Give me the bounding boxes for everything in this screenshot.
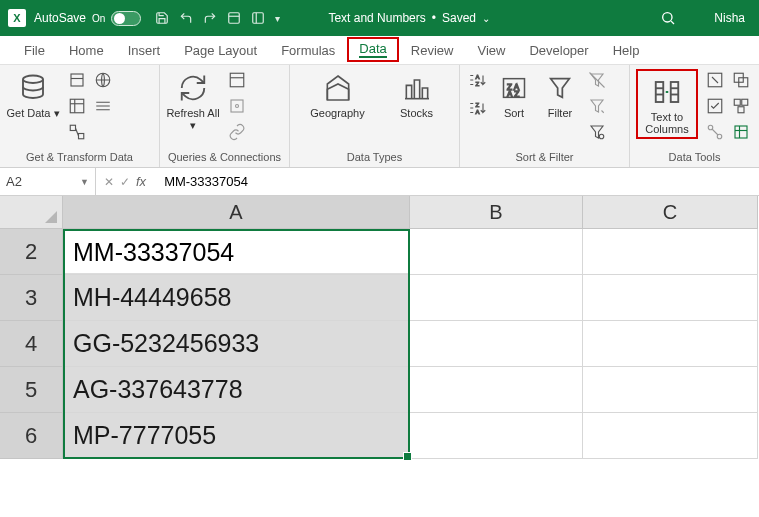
svg-rect-45 bbox=[734, 99, 740, 105]
svg-rect-51 bbox=[735, 126, 747, 138]
user-name[interactable]: Nisha bbox=[714, 11, 745, 25]
reapply-icon[interactable] bbox=[586, 95, 608, 117]
tab-insert[interactable]: Insert bbox=[116, 39, 173, 64]
data-model-icon[interactable] bbox=[730, 121, 752, 143]
tab-data[interactable]: Data bbox=[347, 37, 398, 62]
group-data-tools: Text to Columns Data Tools bbox=[630, 65, 759, 167]
cell-c3[interactable] bbox=[583, 275, 758, 321]
tab-review[interactable]: Review bbox=[399, 39, 466, 64]
col-header-c[interactable]: C bbox=[583, 196, 758, 229]
toggle-switch-icon[interactable] bbox=[111, 11, 141, 26]
row-header[interactable]: 6 bbox=[0, 413, 63, 459]
formula-controls: ✕ ✓ fx bbox=[96, 168, 154, 195]
cell-c5[interactable] bbox=[583, 367, 758, 413]
select-all-corner[interactable] bbox=[0, 196, 63, 229]
text-to-columns-button[interactable]: Text to Columns bbox=[640, 73, 694, 135]
redo-icon[interactable] bbox=[203, 11, 217, 25]
cell-a5[interactable]: AG-337643778 bbox=[63, 367, 410, 413]
consolidate-icon[interactable] bbox=[730, 95, 752, 117]
svg-text:Z: Z bbox=[476, 102, 480, 108]
excel-icon: X bbox=[8, 9, 26, 27]
quick-access-toolbar: ▾ bbox=[155, 11, 280, 25]
save-icon[interactable] bbox=[155, 11, 169, 25]
geography-button[interactable]: Geography bbox=[304, 69, 372, 119]
tab-file[interactable]: File bbox=[12, 39, 57, 64]
autosave-toggle[interactable]: AutoSave On bbox=[34, 11, 141, 26]
group-sort-filter: AZ ZA Z AA Z Sort Filter Sort & Filter bbox=[460, 65, 630, 167]
tab-view[interactable]: View bbox=[465, 39, 517, 64]
chevron-down-icon[interactable]: ⌄ bbox=[482, 13, 490, 24]
text-to-columns-icon bbox=[650, 75, 684, 109]
svg-rect-16 bbox=[230, 73, 244, 87]
sort-asc-icon[interactable]: AZ bbox=[466, 69, 488, 91]
refresh-all-button[interactable]: Refresh All ▾ bbox=[166, 69, 220, 131]
cell-a2[interactable] bbox=[63, 229, 410, 275]
row-header[interactable]: 2 bbox=[0, 229, 63, 275]
svg-marker-33 bbox=[591, 126, 603, 138]
from-web-icon[interactable] bbox=[92, 69, 114, 91]
relationships-icon[interactable] bbox=[704, 121, 726, 143]
queries-icon[interactable] bbox=[226, 69, 248, 91]
flash-fill-icon[interactable] bbox=[704, 69, 726, 91]
svg-rect-2 bbox=[253, 13, 264, 24]
search-icon[interactable] bbox=[660, 10, 676, 26]
existing-connections-icon[interactable] bbox=[66, 121, 88, 143]
svg-marker-29 bbox=[551, 79, 570, 98]
recent-sources-icon[interactable] bbox=[92, 95, 114, 117]
row-4: 4 GG-5232456933 bbox=[0, 321, 759, 367]
cell-b4[interactable] bbox=[410, 321, 583, 367]
cell-a4[interactable]: GG-5232456933 bbox=[63, 321, 410, 367]
document-title[interactable]: Text and Numbers • Saved ⌄ bbox=[328, 11, 490, 25]
svg-point-4 bbox=[663, 13, 672, 22]
name-box[interactable]: A2 ▼ bbox=[0, 168, 96, 195]
cell-b2[interactable] bbox=[410, 229, 583, 275]
cell-c6[interactable] bbox=[583, 413, 758, 459]
qat-overflow-icon[interactable]: ▾ bbox=[275, 13, 280, 24]
svg-rect-0 bbox=[229, 13, 240, 24]
row-5: 5 AG-337643778 bbox=[0, 367, 759, 413]
tab-developer[interactable]: Developer bbox=[517, 39, 600, 64]
cell-b6[interactable] bbox=[410, 413, 583, 459]
edit-links-icon[interactable] bbox=[226, 121, 248, 143]
clear-filter-icon[interactable] bbox=[586, 69, 608, 91]
row-header[interactable]: 4 bbox=[0, 321, 63, 367]
properties-icon[interactable] bbox=[226, 95, 248, 117]
tab-help[interactable]: Help bbox=[601, 39, 652, 64]
name-box-value: A2 bbox=[6, 174, 22, 189]
undo-icon[interactable] bbox=[179, 11, 193, 25]
qat-icon[interactable] bbox=[227, 11, 241, 25]
cell-b5[interactable] bbox=[410, 367, 583, 413]
fx-icon[interactable]: fx bbox=[136, 174, 146, 189]
spreadsheet-grid[interactable]: A B C 2 3 MH-44449658 4 GG-5232456933 5 … bbox=[0, 196, 759, 459]
from-text-icon[interactable] bbox=[66, 69, 88, 91]
cell-b3[interactable] bbox=[410, 275, 583, 321]
advanced-filter-icon[interactable] bbox=[586, 121, 608, 143]
cell-a6[interactable]: MP-7777055 bbox=[63, 413, 410, 459]
svg-rect-7 bbox=[71, 74, 83, 86]
qat-icon-2[interactable] bbox=[251, 11, 265, 25]
cell-c4[interactable] bbox=[583, 321, 758, 367]
cancel-icon[interactable]: ✕ bbox=[104, 175, 114, 189]
col-header-b[interactable]: B bbox=[410, 196, 583, 229]
tab-formulas[interactable]: Formulas bbox=[269, 39, 347, 64]
tab-home[interactable]: Home bbox=[57, 39, 116, 64]
enter-icon[interactable]: ✓ bbox=[120, 175, 130, 189]
sort-desc-icon[interactable]: ZA bbox=[466, 97, 488, 119]
tab-page-layout[interactable]: Page Layout bbox=[172, 39, 269, 64]
name-box-dropdown-icon[interactable]: ▼ bbox=[80, 177, 89, 187]
cell-a3[interactable]: MH-44449658 bbox=[63, 275, 410, 321]
stocks-button[interactable]: Stocks bbox=[388, 69, 446, 119]
col-header-a[interactable]: A bbox=[63, 196, 410, 229]
filter-button[interactable]: Filter bbox=[540, 69, 580, 119]
from-table-icon[interactable] bbox=[66, 95, 88, 117]
row-header[interactable]: 3 bbox=[0, 275, 63, 321]
column-headers: A B C bbox=[0, 196, 759, 229]
data-validation-icon[interactable] bbox=[704, 95, 726, 117]
sort-button[interactable]: Z AA Z Sort bbox=[494, 69, 534, 119]
row-header[interactable]: 5 bbox=[0, 367, 63, 413]
get-data-icon bbox=[16, 71, 50, 105]
cell-c2[interactable] bbox=[583, 229, 758, 275]
get-data-button[interactable]: Get Data ▾ bbox=[6, 69, 60, 119]
formula-input[interactable]: MM-33337054 bbox=[154, 174, 248, 189]
remove-duplicates-icon[interactable] bbox=[730, 69, 752, 91]
